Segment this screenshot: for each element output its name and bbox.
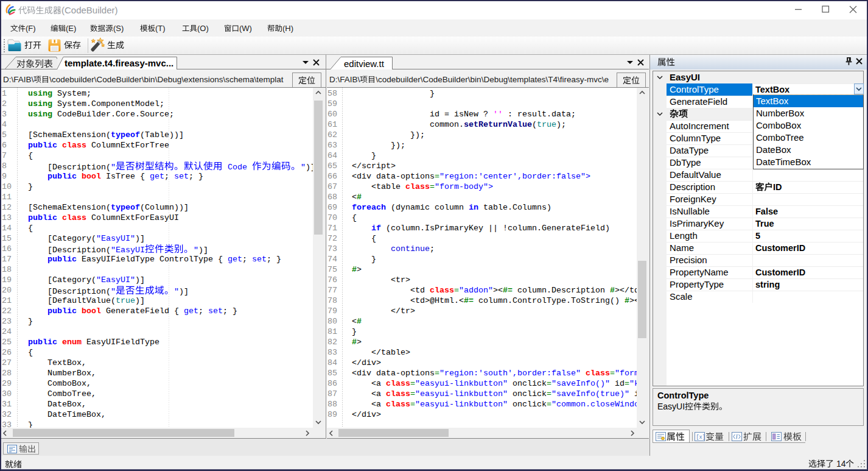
svg-text:[x]: [x]	[696, 434, 705, 441]
